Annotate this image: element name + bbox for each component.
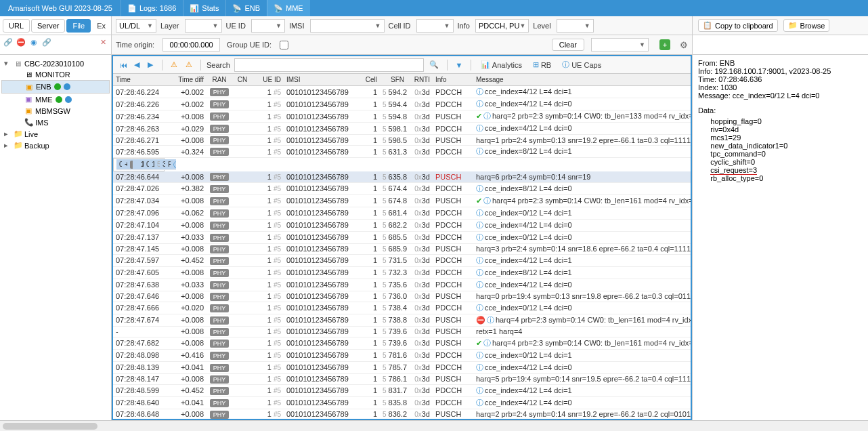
table-row[interactable]: 07:28:48.599+0.452PHY1 #5001010123456789… xyxy=(113,384,691,396)
table-row[interactable]: 07:28:46.226+0.002PHY1 #5001010123456789… xyxy=(113,98,691,110)
gear-icon[interactable]: ⚙ xyxy=(680,40,688,50)
col-header[interactable]: Time xyxy=(113,74,165,86)
ueid-label: UE ID xyxy=(226,22,246,30)
table-row[interactable]: 07:28:47.674+0.008PHY1 #5001010123456789… xyxy=(113,314,691,326)
table-row[interactable]: 07:28:46.271+0.008PHY1 #5001010123456789… xyxy=(113,135,691,146)
table-row[interactable]: 07:28:48.139+0.041PHY1 #5001010123456789… xyxy=(113,361,691,373)
analytics-link[interactable]: 📊Analytics xyxy=(477,59,526,70)
col-header[interactable]: SFN xyxy=(380,74,407,86)
stop-icon[interactable]: ⛔ xyxy=(16,37,26,47)
col-header[interactable]: UE ID xyxy=(253,74,284,86)
group-ueid-checkbox[interactable] xyxy=(280,41,288,49)
table-row[interactable]: -+0.008PHY1 #500101012345678915 739.60x3… xyxy=(113,326,691,337)
table-row[interactable]: 07:28:46.224+0.002PHY1 #5001010123456789… xyxy=(113,86,691,98)
detail-data-label: Data: xyxy=(698,106,863,115)
table-row[interactable]: 07:28:47.137+0.033PHY1 #5001010123456789… xyxy=(113,231,691,243)
server-button[interactable]: Server xyxy=(31,19,65,33)
uecaps-link[interactable]: ⓘUE Caps xyxy=(558,58,605,71)
table-row[interactable]: 07:28:47.597+0.452PHY1 #5001010123456789… xyxy=(113,254,691,266)
table-row[interactable]: 07:28:46.636+0.041PHY100101012345678915 … xyxy=(113,158,165,171)
first-icon[interactable]: ⏮ xyxy=(117,59,129,71)
prev-icon[interactable]: ◀ xyxy=(131,59,143,71)
level-label: Level xyxy=(533,22,550,30)
table-row[interactable]: 07:28:47.666+0.020PHY1 #5001010123456789… xyxy=(113,302,691,314)
col-header[interactable]: Cell xyxy=(360,74,380,86)
tree-backup[interactable]: ▸📁Backup xyxy=(1,140,110,151)
node-icon[interactable]: ◉ xyxy=(28,37,39,47)
clear-select[interactable]: ▼ xyxy=(591,38,649,52)
table-row[interactable]: 07:28:48.098+0.416PHY1 #5001010123456789… xyxy=(113,349,691,361)
tree-node-mbmsgw[interactable]: ▣MBMSGW xyxy=(1,105,110,117)
search-input[interactable] xyxy=(234,58,424,72)
caps-icon: ⓘ xyxy=(562,60,569,70)
table-row[interactable]: 07:28:47.026+0.382PHY1 #5001010123456789… xyxy=(113,182,691,194)
table-row[interactable]: 07:28:46.234+0.008PHY1 #5001010123456789… xyxy=(113,110,691,123)
tab-stats[interactable]: 📊Stats xyxy=(183,0,225,16)
copy-button[interactable]: 📋Copy to clipboard xyxy=(698,19,778,32)
down-icon[interactable]: ▼ xyxy=(453,59,465,71)
layer-select[interactable]: ▼ xyxy=(185,19,222,33)
ueid-select[interactable]: ▼ xyxy=(251,19,285,33)
imsi-select[interactable]: ▼ xyxy=(310,19,385,33)
table-row[interactable]: 07:28:47.682+0.008PHY1 #5001010123456789… xyxy=(113,337,691,349)
chevron-down-icon: ▼ xyxy=(375,22,381,29)
tree-node-monitor[interactable]: 🖥MONITOR xyxy=(1,69,110,80)
tree-node-mme[interactable]: ▣MME xyxy=(1,94,110,105)
table-row[interactable]: 07:28:47.034+0.008PHY1 #5001010123456789… xyxy=(113,194,691,207)
col-header[interactable]: IMSI xyxy=(284,74,360,86)
chart-icon: 📊 xyxy=(481,60,490,69)
col-header[interactable]: RNTI xyxy=(407,74,433,86)
link-icon[interactable]: 🔗 xyxy=(3,37,14,47)
detail-message: Message: cce_index=0/12 L=4 dci=0 xyxy=(698,91,863,100)
col-header[interactable]: Message xyxy=(473,74,691,86)
rb-link[interactable]: ⊞RB xyxy=(529,59,555,70)
ex-label: Ex xyxy=(94,22,108,30)
doc-icon: 📄 xyxy=(128,4,136,12)
table-row[interactable]: 07:28:47.646+0.008PHY1 #5001010123456789… xyxy=(113,291,691,302)
next-icon[interactable]: ▶ xyxy=(144,59,156,71)
url-button[interactable]: URL xyxy=(3,19,30,33)
warning-icon[interactable]: ⚠ xyxy=(183,59,195,71)
tree-root[interactable]: ▾🖥CBC-2023010100 xyxy=(1,58,110,69)
tree-node-ims[interactable]: 📞IMS xyxy=(1,117,110,128)
binoculars-icon[interactable]: 🔍 xyxy=(427,60,441,69)
col-header[interactable]: Time diff xyxy=(165,74,207,86)
col-header[interactable]: Info xyxy=(433,74,473,86)
table-row[interactable]: 07:28:47.145+0.008PHY1 #5001010123456789… xyxy=(113,243,691,254)
table-row[interactable]: 07:28:48.648+0.008PHY1 #5001010123456789… xyxy=(113,409,691,419)
level-select[interactable]: ▼ xyxy=(557,19,594,33)
browse-button[interactable]: 📁Browse xyxy=(783,19,830,32)
col-header[interactable]: CN xyxy=(232,74,253,86)
tree-node-enb[interactable]: ▣ENB xyxy=(1,80,110,94)
time-origin-input[interactable] xyxy=(162,38,220,52)
imsi-label: IMSI xyxy=(289,22,305,30)
cellid-select[interactable]: ▼ xyxy=(416,19,454,33)
table-row[interactable]: 07:28:46.263+0.029PHY1 #5001010123456789… xyxy=(113,123,691,135)
table-row[interactable]: 07:28:47.638+0.033PHY1 #5001010123456789… xyxy=(113,279,691,291)
file-button[interactable]: File xyxy=(66,19,91,33)
link2-icon[interactable]: 🔗 xyxy=(41,37,52,47)
table-row[interactable]: 07:28:48.640+0.041PHY1 #5001010123456789… xyxy=(113,396,691,409)
close-icon[interactable]: ✕ xyxy=(97,37,108,47)
table-row[interactable]: 07:28:46.595+0.324PHY1 #5001010123456789… xyxy=(113,146,691,158)
info-select[interactable]: PDCCH, PU▼ xyxy=(475,19,529,33)
plus-icon[interactable]: + xyxy=(659,39,670,50)
tab-mme[interactable]: 📡MME xyxy=(267,0,310,16)
tab-logs[interactable]: 📄Logs: 1686 xyxy=(121,0,183,16)
phone-icon: 📞 xyxy=(24,118,32,127)
table-row[interactable]: 07:28:47.605+0.008PHY1 #5001010123456789… xyxy=(113,266,691,279)
table-row[interactable]: 07:28:47.096+0.062PHY1 #5001010123456789… xyxy=(113,207,691,219)
tab-enb[interactable]: 📡ENB xyxy=(225,0,267,16)
table-row[interactable]: 07:28:47.104+0.008PHY1 #5001010123456789… xyxy=(113,219,691,231)
tree-live[interactable]: ▸📁Live xyxy=(1,128,110,140)
detail-index: Index: 1030 xyxy=(698,83,863,91)
folder-icon: 📁 xyxy=(14,129,22,138)
scrollbar[interactable] xyxy=(0,420,868,431)
warning-icon[interactable]: ⚠ xyxy=(168,59,180,71)
clear-button[interactable]: Clear xyxy=(552,39,584,51)
col-header[interactable]: RAN xyxy=(207,74,232,86)
folder-icon: 📁 xyxy=(788,21,798,30)
uldl-select[interactable]: UL/DL▼ xyxy=(116,19,156,33)
table-row[interactable]: 07:28:46.644+0.008PHY1 #5001010123456789… xyxy=(113,171,691,182)
table-row[interactable]: 07:28:48.147+0.008PHY1 #5001010123456789… xyxy=(113,373,691,384)
